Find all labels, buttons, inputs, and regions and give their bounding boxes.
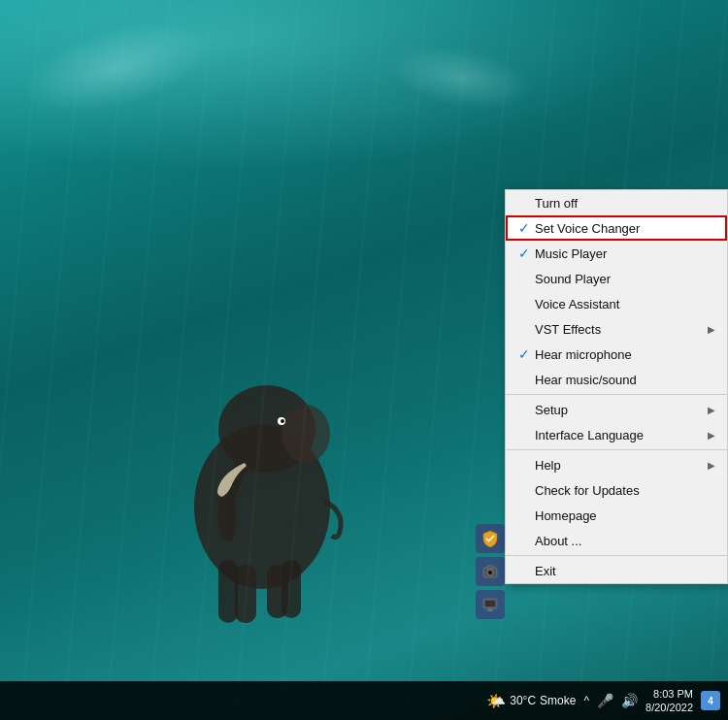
- svg-rect-5: [218, 560, 238, 623]
- microphone-icon: 🎤: [597, 693, 613, 708]
- volume-icon[interactable]: 🔊: [621, 693, 638, 708]
- menu-separator: [506, 394, 727, 395]
- menu-label-check-updates: Check for Updates: [535, 483, 715, 498]
- svg-point-8: [281, 419, 284, 423]
- menu-item-sound-player[interactable]: Sound Player: [506, 266, 727, 291]
- weather-icon: 🌤️: [486, 692, 506, 710]
- context-menu: Turn off✓Set Voice Changer✓Music PlayerS…: [505, 189, 728, 584]
- menu-item-turn-off[interactable]: Turn off: [506, 190, 727, 215]
- temperature: 30°C: [510, 694, 536, 707]
- menu-item-music-player[interactable]: ✓Music Player: [506, 241, 727, 266]
- tray-screen-icon[interactable]: [476, 590, 505, 619]
- expand-tray-button[interactable]: ^: [583, 694, 589, 707]
- menu-label-setup: Setup: [535, 403, 708, 417]
- date: 8/20/2022: [645, 701, 693, 714]
- menu-item-hear-microphone[interactable]: ✓Hear microphone: [506, 342, 727, 367]
- menu-item-homepage[interactable]: Homepage: [506, 503, 727, 528]
- svg-rect-6: [281, 560, 301, 618]
- menu-item-voice-assistant[interactable]: Voice Assistant: [506, 291, 727, 316]
- tray-camera-icon[interactable]: [476, 557, 505, 586]
- menu-label-music-player: Music Player: [535, 246, 715, 261]
- submenu-arrow-help: ▶: [708, 460, 715, 471]
- menu-item-exit[interactable]: Exit: [506, 558, 727, 583]
- menu-item-check-updates[interactable]: Check for Updates: [506, 477, 727, 503]
- menu-item-vst-effects[interactable]: VST Effects▶: [506, 316, 727, 342]
- clock[interactable]: 8:03 PM 8/20/2022: [645, 687, 693, 715]
- taskbar: 🌤️ 30°C Smoke ^ 🎤 🔊 8:03 PM 8/20/2022 4: [0, 681, 728, 720]
- menu-label-hear-music: Hear music/sound: [535, 373, 715, 387]
- menu-label-voice-assistant: Voice Assistant: [535, 297, 715, 311]
- menu-item-hear-music[interactable]: Hear music/sound: [506, 367, 727, 392]
- menu-label-set-voice-changer: Set Voice Changer: [535, 221, 715, 236]
- weather-widget: 🌤️ 30°C Smoke: [486, 692, 576, 710]
- taskbar-right: 🌤️ 30°C Smoke ^ 🎤 🔊 8:03 PM 8/20/2022 4: [486, 687, 720, 715]
- menu-item-set-voice-changer[interactable]: ✓Set Voice Changer: [506, 215, 727, 241]
- menu-item-setup[interactable]: Setup▶: [506, 397, 727, 422]
- submenu-arrow-interface-language: ▶: [708, 430, 715, 441]
- tray-shield-icon[interactable]: [476, 524, 505, 553]
- menu-check-music-player: ✓: [513, 245, 535, 261]
- menu-item-interface-language[interactable]: Interface Language▶: [506, 422, 727, 447]
- svg-rect-3: [235, 565, 256, 623]
- submenu-arrow-setup: ▶: [708, 405, 715, 415]
- menu-label-hear-microphone: Hear microphone: [535, 347, 715, 362]
- submenu-arrow-vst-effects: ▶: [708, 324, 715, 335]
- menu-check-hear-microphone: ✓: [513, 346, 535, 362]
- menu-label-interface-language: Interface Language: [535, 428, 708, 442]
- svg-rect-12: [487, 566, 493, 569]
- menu-separator: [506, 555, 727, 556]
- menu-label-exit: Exit: [535, 564, 715, 578]
- menu-label-about: About ...: [535, 534, 715, 548]
- notification-badge[interactable]: 4: [701, 691, 720, 710]
- svg-point-2: [281, 405, 330, 463]
- menu-separator: [506, 449, 727, 450]
- svg-point-11: [489, 572, 492, 574]
- menu-label-sound-player: Sound Player: [535, 272, 715, 286]
- menu-label-homepage: Homepage: [535, 508, 715, 523]
- menu-item-help[interactable]: Help▶: [506, 452, 727, 477]
- time: 8:03 PM: [653, 687, 693, 701]
- condition: Smoke: [540, 694, 576, 707]
- menu-label-help: Help: [535, 458, 708, 473]
- menu-label-vst-effects: VST Effects: [535, 322, 708, 337]
- menu-label-turn-off: Turn off: [535, 196, 715, 211]
- elephant-image: [165, 351, 359, 642]
- menu-item-about[interactable]: About ...: [506, 528, 727, 553]
- svg-rect-14: [485, 601, 495, 606]
- menu-check-set-voice-changer: ✓: [513, 220, 535, 236]
